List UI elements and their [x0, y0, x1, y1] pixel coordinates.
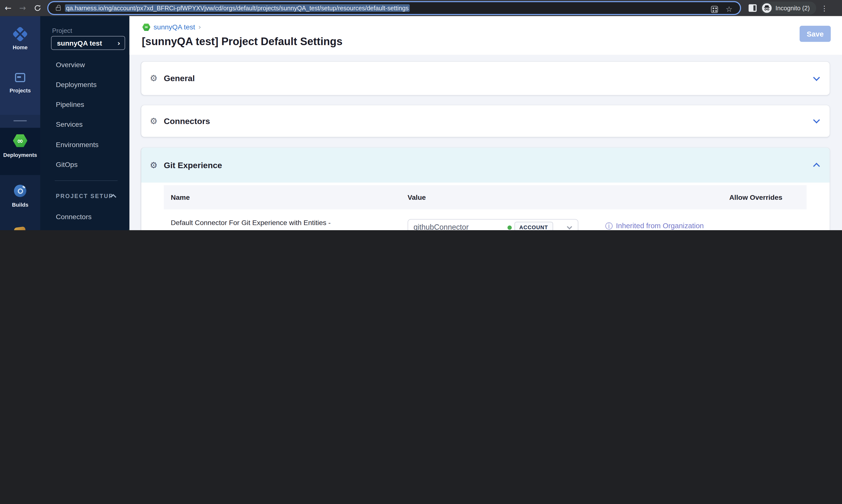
bookmark-star-icon[interactable]: ☆ [726, 5, 733, 13]
table-header-row: Name Value Allow Overrides [164, 185, 807, 210]
breadcrumb-chevron-icon: › [198, 23, 201, 31]
section-git-experience-header[interactable]: ⚙ Git Experience [141, 148, 830, 182]
main-content: ∞ sunnyQA test › [sunnyQA test] Project … [129, 16, 842, 230]
sidebar-item-pipelines[interactable]: Pipelines [40, 97, 129, 112]
url-text: qa.harness.io/ng/account/px7xd_BFRCi-pfW… [65, 4, 410, 12]
save-button[interactable]: Save [800, 26, 831, 42]
expand-chevron-icon[interactable] [813, 74, 820, 80]
sidebar-item-builds[interactable]: Builds [0, 185, 40, 208]
browser-menu-icon[interactable]: ⋮ [820, 0, 829, 16]
url-bar[interactable]: qa.harness.io/ng/account/px7xd_BFRCi-pfW… [47, 1, 741, 15]
home-label: Home [0, 44, 40, 51]
omnibox-actions: ☆ [711, 2, 733, 16]
deployments-label: Deployments [0, 152, 40, 158]
builds-label: Builds [0, 202, 40, 208]
selected-connector: githubConnector [413, 223, 469, 230]
select-chevron-icon [567, 224, 572, 230]
connector-status-dot [507, 226, 512, 230]
refresh-icon[interactable] [31, 0, 44, 16]
projects-icon [15, 73, 25, 82]
sidebar-divider [55, 180, 118, 181]
git-settings-table: Name Value Allow Overrides Default Conne… [164, 185, 807, 230]
sidebar-item-environments[interactable]: Environments [40, 138, 129, 152]
gear-icon: ⚙ [150, 161, 157, 169]
project-selector[interactable]: sunnyQA test › [51, 36, 125, 50]
browser-chrome: ← → qa.harness.io/ng/account/px7xd_BFRCi… [0, 0, 842, 16]
sidebar-item-connectors[interactable]: Connectors [40, 209, 129, 224]
project-name: sunnyQA test [57, 39, 118, 47]
note-text: Inherited from Organization [616, 222, 704, 230]
sidebar-item-deployments-nav[interactable]: Deployments [40, 77, 129, 92]
tab-groups-icon[interactable] [711, 6, 718, 13]
collapse-chevron-icon[interactable] [813, 163, 820, 169]
sidebar-item-deployments[interactable]: ∞ Deployments [0, 134, 40, 158]
builds-icon [14, 185, 26, 197]
side-panel-icon[interactable] [749, 4, 757, 12]
section-connectors-header[interactable]: ⚙ Connectors [141, 105, 830, 137]
project-setup-header[interactable]: PROJECT SETUP [56, 193, 113, 199]
gear-icon: ⚙ [150, 74, 157, 83]
projects-label: Projects [0, 88, 40, 93]
refresh-glyph [34, 4, 41, 12]
section-git-experience: ⚙ Git Experience Name Value Allow Overri… [141, 148, 830, 230]
info-icon: ⓘ [605, 222, 613, 230]
sidebar-item-home[interactable]: Home [0, 29, 40, 51]
forward-icon[interactable]: → [17, 0, 29, 16]
default-connector-select[interactable]: githubConnector ACCOUNT [408, 219, 578, 230]
column-header-value: Value [408, 185, 426, 210]
sidebar-item-feature-flags[interactable]: ⚑ Feature Flags [0, 227, 40, 230]
sidebar-item-overview[interactable]: Overview [40, 57, 129, 72]
module-sidebar: Home Projects ∞ Deployments Builds ⚑ Fea… [0, 16, 40, 230]
breadcrumb: ∞ sunnyQA test › [142, 23, 201, 31]
page-title: [sunnyQA test] Project Default Settings [142, 36, 342, 48]
inherited-from-organization-link[interactable]: ⓘ Inherited from Organization [605, 222, 704, 230]
breadcrumb-project-link[interactable]: sunnyQA test [154, 23, 195, 31]
section-general-title: General [164, 74, 195, 83]
page-header: ∞ sunnyQA test › [sunnyQA test] Project … [129, 16, 842, 55]
project-label: Project [52, 27, 72, 35]
sidebar-item-projects[interactable]: Projects [0, 73, 40, 93]
section-connectors-title: Connectors [164, 116, 210, 126]
incognito-badge: Incognito (2) [760, 2, 816, 15]
column-header-allow-overrides: Allow Overrides [729, 185, 783, 210]
project-sidebar: Project sunnyQA test › Overview Deployme… [40, 16, 129, 230]
sidebar-item-secrets[interactable]: Secrets [40, 229, 129, 230]
screen: ← → qa.harness.io/ng/account/px7xd_BFRCi… [0, 0, 842, 230]
expand-chevron-icon[interactable] [813, 117, 820, 124]
feature-flags-icon: ⚑ [14, 226, 26, 230]
home-icon [12, 26, 28, 42]
deployments-icon: ∞ [13, 134, 28, 147]
table-row: Default Connector For Git Experience wit… [164, 209, 807, 230]
gear-icon: ⚙ [150, 117, 157, 125]
incognito-label: Incognito (2) [775, 5, 810, 11]
scope-badge: ACCOUNT [515, 222, 553, 230]
section-git-experience-title: Git Experience [164, 160, 222, 170]
incognito-icon [762, 3, 772, 13]
section-connectors: ⚙ Connectors [141, 105, 830, 137]
section-general-header[interactable]: ⚙ General [141, 62, 830, 95]
lock-icon[interactable] [56, 7, 61, 11]
chevron-right-icon: › [118, 39, 120, 47]
back-icon[interactable]: ← [2, 0, 14, 16]
cd-module-icon: ∞ [142, 23, 150, 31]
section-general: ⚙ General [141, 62, 830, 95]
sidebar-item-gitops[interactable]: GitOps [40, 157, 129, 172]
column-header-name: Name [171, 185, 190, 210]
module-divider [14, 120, 27, 121]
setting-name: Default Connector For Git Experience wit… [171, 217, 348, 230]
sidebar-item-services[interactable]: Services [40, 117, 129, 132]
